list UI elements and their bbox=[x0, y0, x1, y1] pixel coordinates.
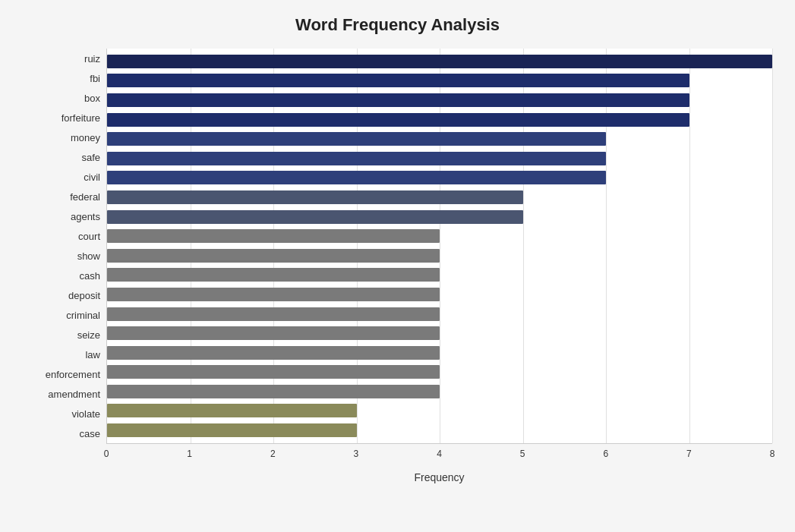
y-axis-label: court bbox=[78, 226, 100, 246]
bars-and-xaxis: Frequency 012345678 bbox=[106, 49, 772, 467]
bar-row bbox=[107, 383, 772, 400]
x-tick-label: 0 bbox=[104, 449, 109, 459]
bar-row bbox=[107, 131, 772, 147]
bar-row bbox=[107, 209, 772, 225]
bar-row bbox=[107, 266, 772, 283]
y-axis-label: safe bbox=[81, 147, 100, 167]
y-axis-label: civil bbox=[84, 167, 100, 187]
y-axis-label: deposit bbox=[68, 286, 100, 306]
x-tick-label: 3 bbox=[354, 449, 359, 459]
bar bbox=[107, 326, 440, 340]
x-tick-label: 1 bbox=[187, 449, 192, 459]
x-tick-label: 4 bbox=[437, 449, 442, 459]
x-tick-label: 7 bbox=[686, 449, 692, 459]
bar-row bbox=[107, 150, 772, 167]
chart-area: ruizfbiboxforfeituremoneysafecivilfedera… bbox=[23, 49, 772, 467]
bar-row bbox=[107, 169, 772, 186]
bar-row bbox=[107, 286, 772, 303]
x-tick-label: 8 bbox=[770, 449, 775, 459]
bar bbox=[107, 229, 440, 243]
bar bbox=[107, 365, 440, 379]
bar bbox=[107, 307, 440, 321]
bar bbox=[107, 249, 440, 263]
bar bbox=[107, 190, 523, 204]
bar bbox=[107, 93, 689, 107]
x-tick-label: 2 bbox=[270, 449, 276, 459]
y-axis-label: amendment bbox=[48, 385, 100, 405]
bar-row bbox=[107, 92, 772, 109]
y-axis-label: ruiz bbox=[84, 49, 100, 68]
y-axis-label: fbi bbox=[90, 68, 100, 88]
bar bbox=[107, 288, 440, 301]
y-axis: ruizfbiboxforfeituremoneysafecivilfedera… bbox=[23, 49, 106, 467]
bar-row bbox=[107, 422, 772, 439]
bar bbox=[107, 423, 357, 437]
x-tick-label: 6 bbox=[603, 449, 608, 459]
bar-row bbox=[107, 325, 772, 342]
y-axis-label: forfeiture bbox=[62, 108, 100, 127]
bar bbox=[107, 268, 440, 282]
grid-line bbox=[772, 49, 773, 443]
bar bbox=[107, 346, 440, 360]
bar-row bbox=[107, 345, 772, 361]
bar-row bbox=[107, 402, 772, 419]
bars-area bbox=[106, 49, 772, 444]
bar bbox=[107, 385, 440, 398]
bar-row bbox=[107, 364, 772, 380]
x-axis: Frequency 012345678 bbox=[106, 444, 772, 467]
y-axis-label: seize bbox=[77, 326, 100, 345]
y-axis-label: criminal bbox=[66, 306, 100, 326]
bar-row bbox=[107, 53, 772, 70]
bar bbox=[107, 132, 606, 146]
bar bbox=[107, 171, 606, 184]
bar-row bbox=[107, 189, 772, 206]
bar-row bbox=[107, 247, 772, 264]
bars-wrapper bbox=[107, 49, 772, 443]
y-axis-label: money bbox=[71, 127, 100, 147]
bar-row bbox=[107, 72, 772, 89]
y-axis-label: box bbox=[84, 88, 100, 108]
chart-title: Word Frequency Analysis bbox=[23, 15, 772, 35]
y-axis-label: violate bbox=[71, 405, 100, 424]
bar bbox=[107, 210, 523, 224]
bar-row bbox=[107, 112, 772, 128]
bar bbox=[107, 55, 772, 68]
bar bbox=[107, 113, 689, 127]
bar-row bbox=[107, 228, 772, 244]
chart-container: Word Frequency Analysis ruizfbiboxforfei… bbox=[0, 0, 795, 532]
bar bbox=[107, 404, 357, 417]
bar bbox=[107, 152, 606, 165]
y-axis-label: federal bbox=[70, 187, 100, 206]
y-axis-label: cash bbox=[80, 266, 100, 286]
y-axis-label: show bbox=[77, 246, 100, 266]
y-axis-label: enforcement bbox=[46, 365, 100, 385]
y-axis-label: agents bbox=[71, 206, 100, 226]
x-axis-label: Frequency bbox=[414, 471, 464, 483]
y-axis-label: law bbox=[85, 345, 100, 365]
bar bbox=[107, 74, 689, 87]
y-axis-label: case bbox=[80, 424, 100, 444]
x-tick-label: 5 bbox=[520, 449, 525, 459]
bar-row bbox=[107, 306, 772, 323]
